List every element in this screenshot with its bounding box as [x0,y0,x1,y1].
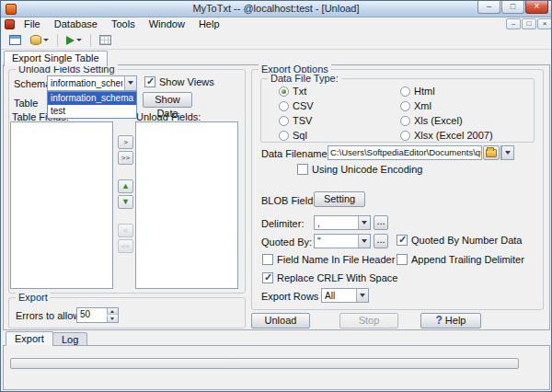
radio-sql[interactable]: Sql [279,130,307,141]
quoted-by-label: Quoted By: [261,236,312,248]
radio-label: Xls (Excel) [414,115,463,126]
title-bar: MyToTxt -- @localhost:test - [Unload] – … [1,1,551,17]
menu-items: File Database Tools Window Help [18,17,225,31]
remove-all-fields-button[interactable]: << [118,239,133,253]
menu-item-database[interactable]: Database [49,17,103,31]
document-icon [5,19,15,29]
stop-button[interactable]: Stop [339,313,398,329]
dropdown-option-information-schema[interactable]: information_schema [48,92,136,105]
mdi-close-button[interactable]: × [537,18,552,29]
menu-item-file[interactable]: File [18,17,46,31]
menu-item-window[interactable]: Window [144,17,190,31]
show-views-checkbox[interactable]: Show Views [144,76,214,87]
radio-txt[interactable]: Txt [279,86,306,97]
tab-export-bottom[interactable]: Export [6,331,53,346]
delimiter-combobox[interactable]: , [314,215,371,230]
chevron-down-icon [76,39,82,41]
tab-log[interactable]: Log [52,332,87,346]
export-rows-combobox[interactable]: All [321,288,369,303]
dropdown-option-test[interactable]: test [48,105,136,118]
minimize-button[interactable]: – [477,1,500,14]
checkbox-box [397,235,408,246]
chevron-down-icon[interactable] [356,289,368,302]
add-all-fields-button[interactable]: >> [118,151,133,165]
blob-field-label: BLOB Field: [261,195,316,206]
menu-item-tools[interactable]: Tools [106,17,141,31]
checkbox-box [297,164,308,175]
radio-circle [400,116,410,126]
delimiter-browse-button[interactable]: ... [374,215,388,230]
schema-combobox[interactable]: information_schema [47,75,137,91]
quoted-by-combobox[interactable]: " [314,234,371,248]
radio-circle [400,86,410,97]
progress-bar [10,358,519,369]
radio-xls[interactable]: Xls (Excel) [400,115,463,126]
window-title: MyToTxt -- @localhost:test - [Unload] [1,3,551,14]
checkbox-box [262,254,273,265]
data-filename-input[interactable]: C:\Users\SoftpediaEditor\Documents\query… [328,145,482,160]
filename-history-dropdown[interactable] [500,145,514,160]
mdi-restore-button[interactable]: □ [522,18,536,29]
table-fields-listbox[interactable] [10,121,113,289]
unload-icon [66,36,75,45]
radio-html[interactable]: Html [400,86,435,97]
move-up-button[interactable]: ▲ [118,179,133,193]
checkbox-box [144,76,155,87]
data-filename-label: Data Filename: [261,148,330,159]
spinner-down-icon[interactable] [107,316,118,322]
quoted-by-number-checkbox[interactable]: Quoted By Number Data [397,235,522,246]
help-button[interactable]: ?Help [420,313,481,329]
unicode-encoding-checkbox[interactable]: Using Unicode Encoding [297,164,422,175]
radio-circle [279,101,289,111]
close-button[interactable]: × [525,1,548,14]
chevron-down-icon[interactable] [358,235,370,248]
export-rows-label: Export Rows [261,291,318,302]
schema-dropdown-list[interactable]: information_schema test [47,91,137,119]
radio-tsv[interactable]: TSV [279,115,312,126]
unload-button[interactable]: Unload [251,313,310,329]
errors-to-allow-spinner[interactable]: 50 [76,307,119,323]
radio-csv[interactable]: CSV [279,100,314,111]
field-name-header-checkbox[interactable]: Field Name In File Header [262,254,395,265]
remove-field-button[interactable]: < [118,224,133,237]
help-label: Help [445,315,466,326]
schema-value: information_schema [51,77,122,89]
spinner-up-icon[interactable] [107,308,118,315]
blob-setting-button[interactable]: Setting [314,191,365,207]
radio-xml[interactable]: Xml [400,100,431,111]
quoted-by-browse-button[interactable]: ... [374,234,388,248]
tab-export-single-table[interactable]: Export Single Table [4,51,108,66]
grid-icon [99,35,111,45]
unload-tool-button[interactable] [63,32,86,49]
radio-xlsx[interactable]: Xlsx (Excel 2007) [400,130,493,141]
schema-label: Schema [14,78,51,89]
folder-icon [486,149,497,157]
field-name-header-label: Field Name In File Header [277,254,395,265]
show-data-button[interactable]: Show Data [143,92,192,108]
chevron-down-icon[interactable] [501,146,513,159]
errors-to-allow-label: Errors to allow [16,310,80,321]
grid-tool-button[interactable] [96,32,115,49]
radio-label: Sql [293,130,307,141]
replace-crlf-checkbox[interactable]: Replace CRLF With Space [262,272,397,283]
unload-fields-listbox[interactable] [135,121,238,289]
menu-bar: File Database Tools Window Help – □ × [1,17,551,31]
database-tool-button[interactable] [27,32,52,49]
radio-circle [400,131,410,141]
radio-label: Xml [414,100,431,111]
chevron-down-icon[interactable] [124,76,136,90]
export-rows-value: All [325,290,354,302]
chevron-down-icon [43,39,49,41]
menu-item-help[interactable]: Help [193,17,225,31]
unicode-encoding-label: Using Unicode Encoding [312,164,422,175]
radio-label: Xlsx (Excel 2007) [414,130,493,141]
chevron-down-icon[interactable] [358,216,370,229]
mdi-minimize-button[interactable]: – [506,18,521,29]
append-trailing-delimiter-checkbox[interactable]: Append Trailing Delimiter [397,254,524,265]
move-down-button[interactable]: ▼ [118,195,133,209]
browse-file-button[interactable] [483,145,500,160]
connection-tool-button[interactable] [6,32,25,49]
maximize-button[interactable]: □ [501,1,524,14]
radio-circle [400,101,410,111]
add-field-button[interactable]: > [118,135,133,149]
